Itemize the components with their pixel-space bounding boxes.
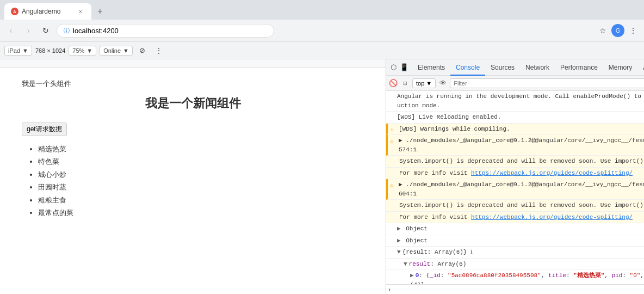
- list-item: 最常点的菜: [38, 206, 364, 219]
- console-line: For more info visit https://webpack.js.o…: [386, 168, 644, 180]
- list-item: 精选热菜: [38, 143, 364, 155]
- console-line: [WDS] Live Reloading enabled.: [386, 112, 644, 124]
- console-line: Angular is running in the development mo…: [386, 91, 644, 112]
- devtools-tab-sources[interactable]: Sources: [485, 60, 520, 76]
- tab-close-button[interactable]: ×: [76, 7, 85, 16]
- page-viewport: 我是一个头组件 我是一个新闻组件 get请求数据 精选热菜特色菜城心小炒田园时蔬…: [0, 59, 386, 294]
- console-output: Angular is running in the development mo…: [386, 91, 644, 284]
- tab-bar: A Angulardemo × +: [0, 0, 644, 20]
- zoom-chevron-icon: ▼: [86, 47, 92, 54]
- no-throttle-button[interactable]: ⊘: [136, 44, 149, 57]
- devtools-tab-memory[interactable]: Memory: [603, 60, 637, 76]
- address-bar: ‹ › ↻ ⓘ localhost:4200 ☆ G ⋮: [0, 20, 644, 41]
- device-toolbar-icon[interactable]: 📱: [399, 63, 409, 72]
- console-line: ▶ Object: [386, 235, 644, 247]
- clear-console-icon[interactable]: 🚫: [388, 78, 398, 88]
- tab-title: Angulardemo: [22, 8, 73, 15]
- console-input-line: ›: [386, 284, 644, 294]
- get-data-button[interactable]: get请求数据: [22, 122, 67, 136]
- zoom-selector[interactable]: 75% ▼: [69, 46, 96, 56]
- dimensions-display: 768 × 1024: [35, 47, 65, 54]
- ruler-horizontal: [0, 59, 386, 68]
- device-selector[interactable]: iPad ▼: [4, 46, 32, 56]
- network-selector[interactable]: Online ▼: [100, 46, 133, 56]
- list-item: 特色菜: [38, 155, 364, 168]
- console-line: ▼{result: Array(6)} ℹ: [386, 247, 644, 259]
- header-component: 我是一个头组件: [22, 79, 364, 89]
- list-item: 田园时蔬: [38, 181, 364, 193]
- console-toolbar: 🚫 ⊡ top ▼ 👁 Default levels ▼: [386, 76, 644, 91]
- console-input[interactable]: [393, 286, 644, 293]
- console-line: System.import() is deprecated and will b…: [386, 156, 644, 168]
- bookmarks-button[interactable]: ☆: [596, 24, 609, 37]
- network-value: Online: [103, 47, 121, 54]
- chevron-down-icon: ▼: [22, 47, 28, 54]
- secure-icon: ⓘ: [64, 27, 70, 35]
- devtools-tab-application[interactable]: Application: [637, 60, 644, 76]
- profile-button[interactable]: G: [611, 24, 624, 37]
- devtools-tabs: ElementsConsoleSourcesNetworkPerformance…: [410, 59, 644, 76]
- eye-icon[interactable]: 👁: [438, 78, 448, 88]
- console-line: System.import() is deprecated and will b…: [386, 200, 644, 212]
- main-layout: 我是一个头组件 我是一个新闻组件 get请求数据 精选热菜特色菜城心小炒田园时蔬…: [0, 59, 644, 294]
- console-line: ▼result: Array(6): [386, 259, 644, 271]
- context-chevron-icon: ▼: [426, 80, 432, 87]
- console-line: ▶ Object: [386, 223, 644, 235]
- zoom-value: 75%: [72, 47, 84, 54]
- network-chevron-icon: ▼: [123, 47, 129, 54]
- console-line: ⚠▶ ./node_modules/_@angular_core@9.1.2@@…: [386, 179, 644, 200]
- device-name: iPad: [8, 47, 20, 54]
- inspect-element-icon[interactable]: ⬡: [388, 63, 398, 72]
- devtools-tab-performance[interactable]: Performance: [555, 60, 603, 76]
- menu-list: 精选热菜特色菜城心小炒田园时蔬粗粮主食最常点的菜: [38, 143, 364, 219]
- devtools-tab-elements[interactable]: Elements: [412, 60, 450, 76]
- browser-chrome: A Angulardemo × + ‹ › ↻ ⓘ localhost:4200…: [0, 0, 644, 42]
- url-bar[interactable]: ⓘ localhost:4200: [57, 24, 274, 38]
- news-title: 我是一个新闻组件: [22, 95, 364, 112]
- reload-button[interactable]: ↻: [39, 24, 52, 37]
- list-item: 城心小炒: [38, 168, 364, 181]
- console-line: ▶0: {_id: "5ac0896ca880f20358495508", ti…: [386, 270, 644, 284]
- tab-favicon: A: [11, 8, 18, 15]
- top-context-selector[interactable]: top ▼: [412, 78, 436, 88]
- preserve-log-icon[interactable]: ⊡: [400, 78, 410, 88]
- list-item: 粗粮主食: [38, 194, 364, 206]
- page-inner: 我是一个头组件 我是一个新闻组件 get请求数据 精选热菜特色菜城心小炒田园时蔬…: [0, 68, 386, 230]
- console-prompt-icon: ›: [388, 286, 391, 293]
- console-line: For more info visit https://webpack.js.o…: [386, 212, 644, 224]
- back-button[interactable]: ‹: [4, 24, 17, 37]
- forward-button[interactable]: ›: [22, 24, 35, 37]
- console-filter-input[interactable]: [450, 78, 644, 88]
- devtools-panel: ⬡ 📱 ElementsConsoleSourcesNetworkPerform…: [386, 59, 644, 294]
- url-text[interactable]: localhost:4200: [73, 27, 119, 35]
- context-value: top: [416, 80, 424, 87]
- menu-button[interactable]: ⋮: [627, 24, 640, 37]
- devtools-tab-console[interactable]: Console: [450, 60, 485, 76]
- news-component: 我是一个新闻组件 get请求数据 精选热菜特色菜城心小炒田园时蔬粗粮主食最常点的…: [22, 95, 364, 219]
- console-line: ⚠▶ ./node_modules/_@angular_core@9.1.2@@…: [386, 135, 644, 156]
- more-options-button[interactable]: ⋮: [152, 44, 165, 57]
- responsive-toolbar: iPad ▼ 768 × 1024 75% ▼ Online ▼ ⊘ ⋮: [0, 42, 644, 59]
- devtools-tab-network[interactable]: Network: [520, 60, 555, 76]
- active-tab[interactable]: A Angulardemo ×: [4, 3, 91, 20]
- console-line: ⚠[WDS] Warnings while compiling.: [386, 124, 644, 136]
- new-tab-button[interactable]: +: [94, 5, 107, 18]
